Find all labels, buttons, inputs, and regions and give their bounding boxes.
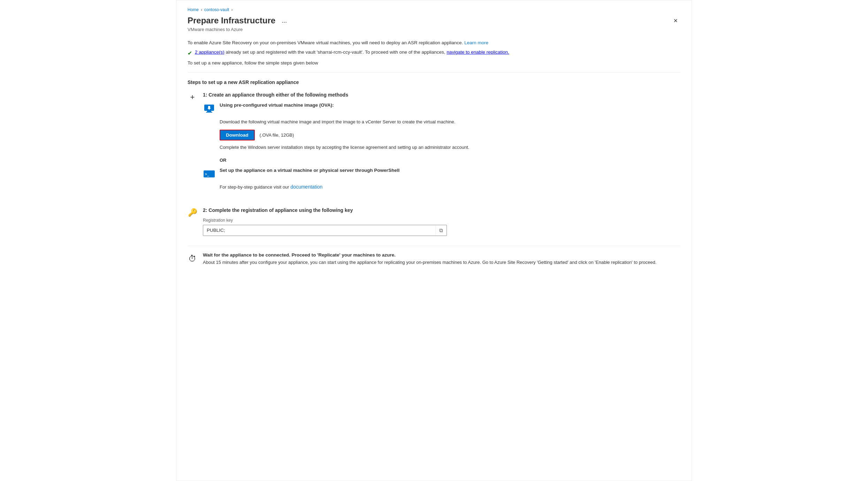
registration-key-label: Registration key — [203, 218, 680, 223]
step2-title: 2: Complete the registration of applianc… — [203, 207, 680, 213]
documentation-link[interactable]: documentation — [290, 184, 322, 190]
ova-method-title: Using pre-configured virtual machine ima… — [220, 102, 334, 108]
plus-icon: + — [190, 93, 195, 102]
wait-block: ⏱ Wait for the appliance to be connected… — [188, 252, 680, 266]
panel-subtitle: VMware machines to Azure — [188, 27, 680, 32]
ps-method-texts: Set up the appliance on a virtual machin… — [220, 168, 399, 175]
ova-method-block: Using pre-configured virtual machine ima… — [203, 102, 680, 151]
powershell-method-row: >_ Set up the appliance on a virtual mac… — [203, 168, 680, 180]
steps-heading: Steps to set up a new ASR replication ap… — [188, 79, 680, 85]
registration-key-input[interactable] — [203, 225, 435, 235]
breadcrumb-sep1: › — [201, 7, 202, 12]
download-button[interactable]: Download — [220, 130, 255, 140]
breadcrumb-vault[interactable]: contoso-vault — [204, 7, 229, 12]
step2-icon: 🔑 — [188, 208, 197, 217]
powershell-method-block: >_ Set up the appliance on a virtual mac… — [203, 168, 680, 191]
ova-method-desc: Download the following virtual machine i… — [220, 119, 680, 125]
powershell-method-title: Set up the appliance on a virtual machin… — [220, 168, 399, 173]
step1-block: + 1: Create an appliance through either … — [188, 92, 680, 198]
step2-content: 2: Complete the registration of applianc… — [203, 207, 680, 236]
title-area: Prepare Infrastructure ... — [188, 16, 289, 25]
appliance-status-row: ✔ 2 appliance(s) already set up and regi… — [188, 49, 680, 56]
wait-content: Wait for the appliance to be connected. … — [203, 252, 656, 266]
registration-key-field: ⧉ — [203, 225, 447, 236]
breadcrumb: Home › contoso-vault › — [188, 7, 680, 12]
clock-icon: ⏱ — [188, 254, 197, 264]
ova-method-texts: Using pre-configured virtual machine ima… — [220, 102, 334, 110]
monitor-icon — [203, 102, 215, 115]
breadcrumb-home[interactable]: Home — [188, 7, 199, 12]
svg-text:>_: >_ — [205, 172, 210, 176]
breadcrumb-sep2: › — [231, 7, 233, 12]
svg-rect-2 — [206, 112, 212, 113]
key-icon: 🔑 — [188, 208, 197, 217]
bottom-divider — [188, 246, 680, 246]
or-label: OR — [220, 158, 680, 163]
intro-line1: To enable Azure Site Recovery on your on… — [188, 39, 680, 47]
wait-desc: About 15 minutes after you configure you… — [203, 259, 656, 266]
step1-icon: + — [188, 93, 197, 102]
setup-new-text: To set up a new appliance, follow the si… — [188, 59, 680, 67]
learn-more-link[interactable]: Learn more — [464, 40, 488, 45]
powershell-icon: >_ — [203, 168, 215, 180]
copy-button[interactable]: ⧉ — [435, 225, 447, 236]
page-title: Prepare Infrastructure — [188, 16, 275, 25]
header-row: Prepare Infrastructure ... × — [188, 16, 680, 25]
step2-block: 🔑 2: Complete the registration of applia… — [188, 207, 680, 236]
svg-rect-1 — [207, 111, 211, 112]
download-note: (.OVA file, 12GB) — [260, 132, 294, 138]
ova-method-row: Using pre-configured virtual machine ima… — [203, 102, 680, 115]
powershell-desc: For step-by-step guidance visit our docu… — [220, 184, 680, 191]
prepare-infrastructure-panel: Home › contoso-vault › Prepare Infrastru… — [176, 0, 692, 481]
monitor-svg — [203, 102, 215, 115]
step1-title: 1: Create an appliance through either of… — [203, 92, 680, 98]
ps-desc-prefix: For step-by-step guidance visit our — [220, 184, 289, 190]
appliance-count-link[interactable]: 2 appliance(s) — [195, 49, 224, 55]
wait-title: Wait for the appliance to be connected. … — [203, 252, 656, 258]
top-divider — [188, 72, 680, 72]
ellipsis-button[interactable]: ... — [280, 17, 289, 24]
appliance-status-text: 2 appliance(s) already set up and regist… — [195, 49, 509, 55]
step1-content: 1: Create an appliance through either of… — [203, 92, 680, 198]
powershell-svg: >_ — [203, 168, 215, 180]
close-button[interactable]: × — [671, 16, 680, 25]
clock-icon-container: ⏱ — [188, 253, 197, 264]
check-icon: ✔ — [188, 50, 192, 56]
ova-complete-text: Complete the Windows server installation… — [220, 144, 680, 151]
navigate-enable-link[interactable]: navigate to enable replication. — [447, 49, 509, 55]
